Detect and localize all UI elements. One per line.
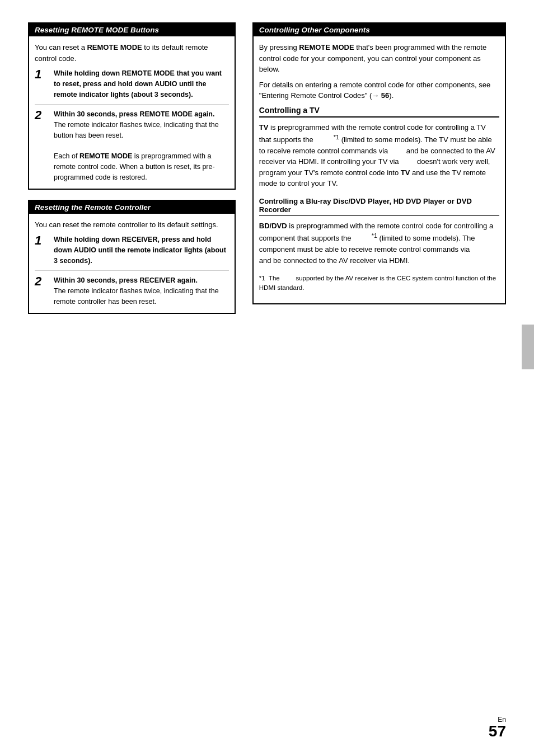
step-1-content: While holding down REMOTE MODE that you … [54,68,229,100]
page: Resetting REMOTE MODE Buttons You can re… [0,0,534,756]
controlling-tv-body: TV is preprogrammed with the remote cont… [259,122,499,189]
footnote: *1 The supported by the AV receiver is t… [259,274,499,293]
step-2-content: Within 30 seconds, press REMOTE MODE aga… [54,109,229,182]
controlling-tv-title: Controlling a TV [259,106,499,118]
step-2-reset-remote: 2 Within 30 seconds, press REMOTE MODE a… [35,109,229,182]
gray-tab [522,325,534,369]
resetting-remote-mode-body: You can reset a REMOTE MODE to its defau… [29,36,235,189]
resetting-remote-controller-title: Resetting the Remote Controller [29,201,235,214]
two-column-layout: Resetting REMOTE MODE Buttons You can re… [28,22,506,324]
controlling-other-intro1: By pressing REMOTE MODE that's been prog… [259,42,499,75]
page-num-value: 57 [489,724,506,739]
controlling-other-title: Controlling Other Components [254,24,505,36]
resetting-remote-mode-steps: 1 While holding down REMOTE MODE that yo… [35,68,229,183]
resetting-remote-mode-title: Resetting REMOTE MODE Buttons [29,24,235,36]
controlling-bluray-subsection: Controlling a Blu-ray Disc/DVD Player, H… [259,197,499,266]
step-2-controller-content: Within 30 seconds, press RECEIVER again.… [54,275,229,307]
step-1-reset-remote: 1 While holding down REMOTE MODE that yo… [35,68,229,105]
controlling-other-intro2: For details on entering a remote control… [259,79,499,101]
step-1-reset-controller: 1 While holding down RECEIVER, press and… [35,234,229,271]
resetting-remote-mode-intro: You can reset a REMOTE MODE to its defau… [35,42,229,64]
right-column: Controlling Other Components By pressing… [252,22,506,324]
step-1-controller-content: While holding down RECEIVER, press and h… [54,234,229,266]
resetting-controller-steps: 1 While holding down RECEIVER, press and… [35,234,229,307]
page-number: En 57 [489,716,506,739]
step-2-controller-num: 2 [35,275,50,288]
resetting-controller-intro: You can reset the remote controller to i… [35,219,229,231]
controlling-bluray-body: BD/DVD is preprogrammed with the remote … [259,220,499,266]
resetting-remote-controller-section: Resetting the Remote Controller You can … [28,200,236,314]
left-column: Resetting REMOTE MODE Buttons You can re… [28,22,236,324]
controlling-other-section: Controlling Other Components By pressing… [252,22,506,304]
controlling-tv-subsection: Controlling a TV TV is preprogrammed wit… [259,106,499,189]
step-2-reset-controller: 2 Within 30 seconds, press RECEIVER agai… [35,275,229,307]
controlling-bluray-title: Controlling a Blu-ray Disc/DVD Player, H… [259,197,499,216]
step-1-num: 1 [35,68,50,81]
resetting-remote-mode-section: Resetting REMOTE MODE Buttons You can re… [28,22,236,190]
step-1-controller-num: 1 [35,234,50,247]
resetting-remote-controller-body: You can reset the remote controller to i… [29,214,235,313]
controlling-other-body: By pressing REMOTE MODE that's been prog… [254,36,505,303]
step-2-num: 2 [35,109,50,121]
